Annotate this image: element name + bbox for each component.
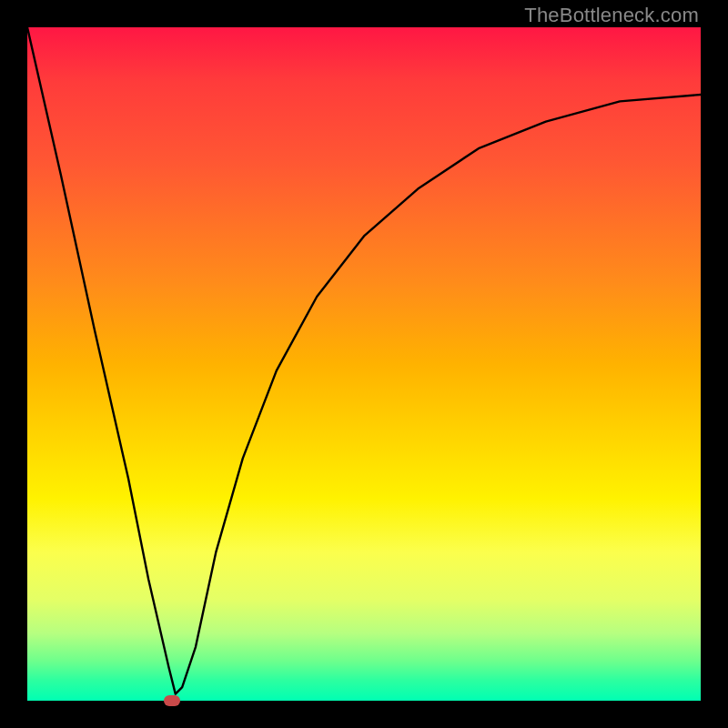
watermark-text: TheBottleneck.com: [524, 4, 699, 27]
optimal-point-marker: [164, 695, 180, 706]
curve-svg: [27, 27, 701, 701]
plot-area: [27, 27, 701, 701]
bottleneck-curve-path: [27, 27, 701, 694]
chart-frame: TheBottleneck.com: [0, 0, 728, 728]
